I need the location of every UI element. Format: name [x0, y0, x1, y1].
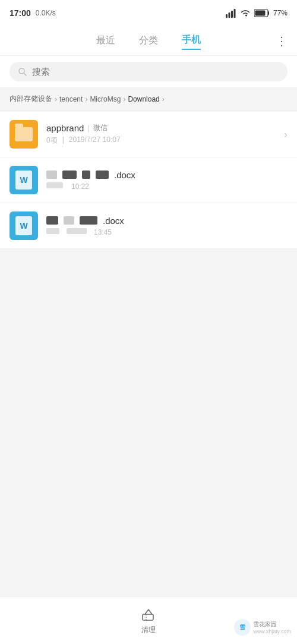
- svg-rect-9: [143, 614, 153, 620]
- docx-icon: [10, 166, 38, 194]
- blurred-meta-2b: [67, 228, 87, 234]
- blurred-name-1b: [62, 171, 77, 179]
- file-arrow-icon: ›: [284, 128, 287, 141]
- svg-rect-3: [233, 9, 235, 18]
- content-area: [0, 249, 297, 522]
- breadcrumb-sep-2: ›: [85, 95, 87, 103]
- list-item[interactable]: appbrand | 微信 0项 | 2019/7/27 10:07 ›: [0, 112, 297, 157]
- file-count: 0项: [46, 135, 58, 146]
- battery-icon: [254, 9, 270, 17]
- folder-icon: [10, 120, 38, 149]
- file-info: .docx 10:22: [46, 170, 287, 191]
- signal-icon: [226, 8, 236, 18]
- docx-icon-2: [10, 211, 38, 240]
- status-bar: 17:00 0.0K/s 77%: [0, 0, 297, 26]
- tab-recent[interactable]: 最近: [96, 32, 115, 49]
- file-info-2: .docx 13:45: [46, 216, 287, 236]
- file-info: appbrand | 微信 0项 | 2019/7/27 10:07: [46, 123, 284, 146]
- svg-rect-0: [226, 14, 228, 18]
- blurred-meta-2a: [46, 228, 59, 234]
- blurred-name-2a: [46, 216, 58, 225]
- breadcrumb-storage[interactable]: 内部存储设备: [10, 94, 52, 104]
- svg-rect-1: [228, 12, 230, 18]
- search-bar: [0, 56, 297, 88]
- file-date-2: 13:45: [94, 228, 112, 236]
- breadcrumb-sep-4: ›: [162, 95, 165, 103]
- breadcrumb-sep-1: ›: [55, 95, 57, 103]
- svg-rect-6: [255, 11, 265, 16]
- file-ext-2: .docx: [103, 216, 124, 226]
- clean-icon: [140, 606, 157, 623]
- watermark-name: 雪花家园: [253, 620, 291, 629]
- blurred-name-1c: [82, 171, 90, 179]
- breadcrumb-sep-3: ›: [123, 95, 125, 103]
- breadcrumb-micromsg[interactable]: MicroMsg: [90, 95, 121, 103]
- status-time: 17:00: [10, 8, 31, 18]
- file-tag: 微信: [93, 123, 108, 133]
- status-speed: 0.0K/s: [36, 9, 56, 17]
- tab-category[interactable]: 分类: [139, 32, 158, 49]
- clean-label: 清理: [141, 625, 156, 635]
- blurred-meta-1a: [46, 182, 63, 188]
- blurred-name-1a: [46, 171, 57, 179]
- svg-rect-5: [268, 11, 269, 15]
- blurred-name-1d: [96, 171, 109, 179]
- watermark-url: www.xhjaty.com: [253, 629, 291, 634]
- search-icon: [18, 67, 27, 77]
- tab-phone[interactable]: 手机: [182, 31, 201, 50]
- battery-percent: 77%: [273, 9, 287, 17]
- breadcrumb-tencent[interactable]: tencent: [59, 95, 83, 103]
- file-date: 2019/7/27 10:07: [69, 135, 121, 146]
- search-input-wrapper[interactable]: [10, 62, 287, 81]
- more-button[interactable]: ⋮: [276, 34, 287, 48]
- svg-rect-2: [231, 11, 233, 18]
- clean-button[interactable]: 清理: [140, 606, 157, 635]
- watermark-logo: 雪: [234, 619, 251, 636]
- list-item[interactable]: .docx 10:22: [0, 157, 297, 203]
- tabs: 最近 分类 手机: [96, 31, 201, 50]
- breadcrumb-download[interactable]: Download: [128, 95, 159, 103]
- search-input[interactable]: [32, 67, 279, 77]
- file-date-1: 10:22: [71, 182, 89, 191]
- tab-bar: 最近 分类 手机 ⋮: [0, 26, 297, 56]
- breadcrumb: 内部存储设备 › tencent › MicroMsg › Download ›: [0, 88, 297, 111]
- file-list: appbrand | 微信 0项 | 2019/7/27 10:07 › .: [0, 112, 297, 249]
- blurred-name-2b: [64, 216, 74, 225]
- file-sep: |: [62, 135, 64, 146]
- file-name: appbrand: [46, 123, 84, 133]
- blurred-name-2c: [80, 216, 97, 225]
- status-icons: 77%: [226, 8, 287, 18]
- svg-point-7: [19, 68, 24, 74]
- list-item[interactable]: .docx 13:45: [0, 203, 297, 249]
- svg-line-8: [24, 73, 27, 75]
- wifi-icon: [240, 8, 251, 18]
- watermark: 雪 雪花家园 www.xhjaty.com: [234, 619, 291, 636]
- file-ext-1: .docx: [114, 170, 135, 180]
